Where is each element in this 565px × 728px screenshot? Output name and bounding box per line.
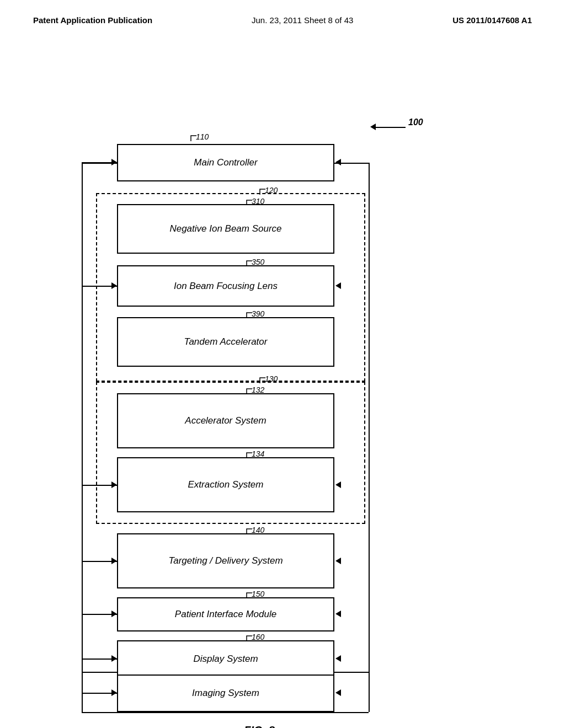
outer-left-line-2 bbox=[82, 163, 83, 712]
arrow-in-pim-head bbox=[111, 611, 117, 617]
arrow-in-ext-head bbox=[111, 481, 117, 488]
arrow-in-pim-right-head bbox=[335, 611, 341, 617]
sheet-info: Jun. 23, 2011 Sheet 8 of 43 bbox=[252, 15, 353, 25]
arrow-in-img-head bbox=[111, 689, 117, 696]
imaging-box: Imaging System bbox=[117, 675, 334, 712]
patent-number: US 2011/0147608 A1 bbox=[452, 15, 532, 25]
arrow-in-ibfl-head bbox=[111, 282, 117, 289]
publication-label: Patent Application Publication bbox=[33, 15, 152, 25]
arrow-in-disp-right-head bbox=[335, 655, 341, 662]
page-header: Patent Application Publication Jun. 23, … bbox=[0, 0, 565, 30]
main-controller-box: Main Controller bbox=[117, 144, 334, 181]
arrow-in-ibfl-right-head bbox=[335, 282, 341, 289]
ref-100-arrowhead bbox=[370, 124, 376, 130]
arrow-in-img-right-head bbox=[335, 689, 341, 696]
outer-right-line-2 bbox=[369, 163, 370, 712]
arrow-in-ext-right-head bbox=[335, 481, 341, 488]
diagram-area: 100 110 Main Controller 120 310 Negative… bbox=[0, 36, 565, 687]
arrow-in-mc-head bbox=[111, 159, 117, 165]
display-box: Display System bbox=[117, 640, 334, 678]
arrow-in-tgt-right-head bbox=[335, 558, 341, 564]
tandem-box: Tandem Accelerator bbox=[117, 317, 334, 367]
targeting-box: Targeting / Delivery System bbox=[117, 533, 334, 588]
negative-ion-box: Negative Ion Beam Source bbox=[117, 204, 334, 254]
arrow-in-tgt-head bbox=[111, 558, 117, 564]
ion-beam-box: Ion Beam Focusing Lens bbox=[117, 265, 334, 307]
arrow-in-mc-right-head bbox=[335, 159, 341, 165]
patient-box: Patient Interface Module bbox=[117, 597, 334, 631]
fig-label: FIG. 8 bbox=[204, 724, 315, 728]
accelerator-box: Accelerator System bbox=[117, 393, 334, 448]
ref-100-label: 100 bbox=[408, 117, 423, 127]
ref-110-corner bbox=[189, 133, 199, 143]
ref-100-arrow-h bbox=[375, 127, 406, 128]
extraction-box: Extraction System bbox=[117, 457, 334, 512]
outer-bottom-line-2 bbox=[82, 712, 369, 713]
arrow-in-disp-head bbox=[111, 655, 117, 662]
